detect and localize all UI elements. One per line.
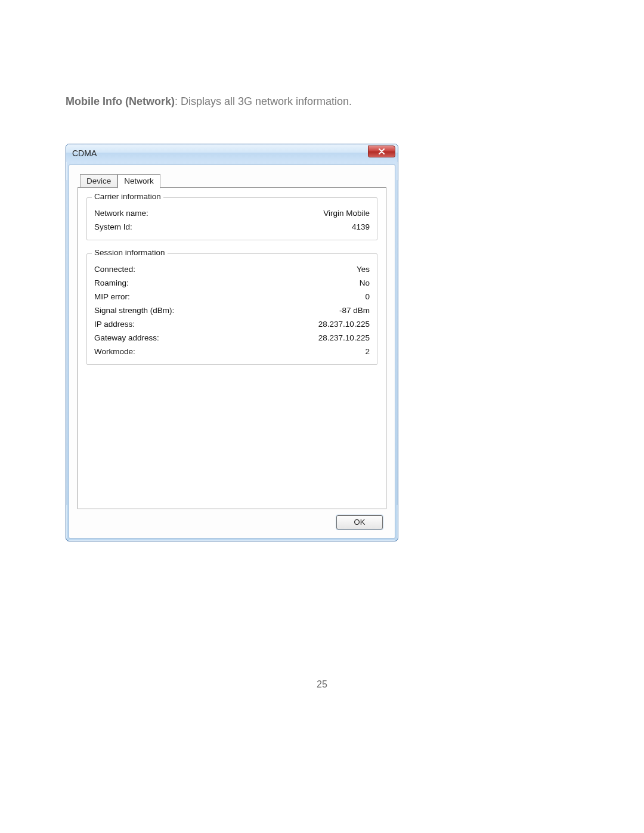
value-connected: Yes <box>357 265 370 274</box>
tab-strip: Device Network <box>78 174 386 188</box>
doc-heading-rest: : Displays all 3G network information. <box>175 95 352 107</box>
value-roaming: No <box>360 278 370 287</box>
label-network-name: Network name: <box>94 209 148 218</box>
row-gateway-address: Gateway address: 28.237.10.225 <box>94 331 370 345</box>
group-session-legend: Session information <box>92 248 168 257</box>
label-signal-strength: Signal strength (dBm): <box>94 306 174 315</box>
value-mip-error: 0 <box>365 292 370 301</box>
value-ip-address: 28.237.10.225 <box>318 320 370 329</box>
titlebar: CDMA <box>66 144 398 162</box>
row-system-id: System Id: 4139 <box>94 220 370 234</box>
group-carrier-information: Carrier information Network name: Virgin… <box>86 197 377 240</box>
doc-heading: Mobile Info (Network): Displays all 3G n… <box>66 95 578 108</box>
page-number: 25 <box>0 679 644 690</box>
value-system-id: 4139 <box>352 222 370 231</box>
value-gateway-address: 28.237.10.225 <box>318 333 370 342</box>
label-system-id: System Id: <box>94 222 132 231</box>
row-ip-address: IP address: 28.237.10.225 <box>94 317 370 331</box>
row-signal-strength: Signal strength (dBm): -87 dBm <box>94 304 370 317</box>
close-button[interactable] <box>368 145 395 157</box>
row-roaming: Roaming: No <box>94 276 370 290</box>
tab-panel-network: Carrier information Network name: Virgin… <box>78 187 386 509</box>
dialog-client-area: Device Network Carrier information Netwo… <box>69 165 395 538</box>
row-connected: Connected: Yes <box>94 262 370 276</box>
tab-network[interactable]: Network <box>117 174 160 188</box>
dialog-footer: OK <box>78 509 386 532</box>
dialog-window: CDMA Device Network Carrier information … <box>66 144 398 541</box>
row-workmode: Workmode: 2 <box>94 345 370 358</box>
row-mip-error: MIP error: 0 <box>94 290 370 304</box>
label-gateway-address: Gateway address: <box>94 333 159 342</box>
group-session-information: Session information Connected: Yes Roami… <box>86 253 377 365</box>
label-ip-address: IP address: <box>94 320 135 329</box>
window-title: CDMA <box>72 148 97 158</box>
group-carrier-legend: Carrier information <box>92 192 163 201</box>
label-workmode: Workmode: <box>94 347 135 356</box>
tab-device[interactable]: Device <box>80 174 117 188</box>
ok-button[interactable]: OK <box>336 515 383 529</box>
label-roaming: Roaming: <box>94 278 129 287</box>
value-workmode: 2 <box>365 347 370 356</box>
value-signal-strength: -87 dBm <box>339 306 370 315</box>
label-mip-error: MIP error: <box>94 292 130 301</box>
close-icon <box>378 148 385 154</box>
label-connected: Connected: <box>94 265 135 274</box>
row-network-name: Network name: Virgin Mobile <box>94 206 370 220</box>
doc-heading-bold: Mobile Info (Network) <box>66 95 175 107</box>
value-network-name: Virgin Mobile <box>323 209 370 218</box>
